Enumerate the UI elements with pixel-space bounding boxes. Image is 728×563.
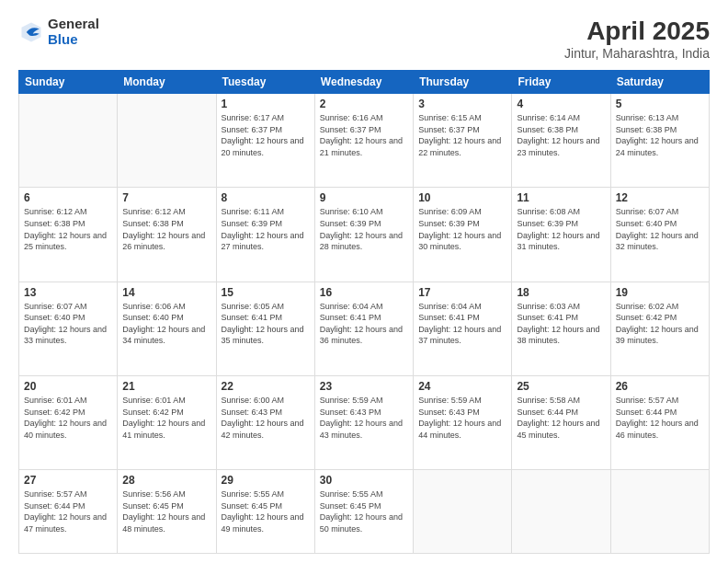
day-number: 7: [122, 191, 210, 204]
day-cell-14: 14Sunrise: 6:06 AMSunset: 6:40 PMDayligh…: [118, 282, 216, 375]
empty-cell: [118, 94, 216, 188]
title-block: April 2025 Jintur, Maharashtra, India: [564, 17, 710, 61]
day-number: 30: [320, 474, 408, 487]
day-cell-1: 1Sunrise: 6:17 AMSunset: 6:37 PMDaylight…: [216, 94, 314, 188]
header: General Blue April 2025 Jintur, Maharash…: [18, 17, 710, 61]
day-number: 28: [122, 474, 210, 487]
day-info: Sunrise: 5:56 AMSunset: 6:45 PMDaylight:…: [122, 488, 210, 534]
day-cell-16: 16Sunrise: 6:04 AMSunset: 6:41 PMDayligh…: [314, 282, 413, 375]
day-headers-row: SundayMondayTuesdayWednesdayThursdayFrid…: [19, 71, 710, 94]
week-row-5: 27Sunrise: 5:57 AMSunset: 6:44 PMDayligh…: [19, 470, 710, 554]
logo: General Blue: [18, 17, 99, 47]
day-info: Sunrise: 6:01 AMSunset: 6:42 PMDaylight:…: [122, 395, 210, 441]
logo-blue: Blue: [48, 32, 99, 48]
day-info: Sunrise: 6:05 AMSunset: 6:41 PMDaylight:…: [222, 301, 310, 347]
day-cell-2: 2Sunrise: 6:16 AMSunset: 6:37 PMDaylight…: [314, 94, 413, 188]
day-info: Sunrise: 6:08 AMSunset: 6:39 PMDaylight:…: [517, 206, 605, 252]
day-number: 13: [24, 286, 112, 299]
day-number: 29: [222, 474, 310, 487]
day-header-monday: Monday: [118, 71, 216, 94]
day-number: 27: [24, 474, 112, 487]
empty-cell: [512, 470, 610, 554]
day-cell-29: 29Sunrise: 5:55 AMSunset: 6:45 PMDayligh…: [216, 470, 314, 554]
week-row-2: 6Sunrise: 6:12 AMSunset: 6:38 PMDaylight…: [19, 188, 710, 282]
logo-icon: [18, 19, 44, 45]
day-cell-20: 20Sunrise: 6:01 AMSunset: 6:42 PMDayligh…: [19, 375, 118, 469]
day-cell-26: 26Sunrise: 5:57 AMSunset: 6:44 PMDayligh…: [610, 375, 709, 469]
day-cell-6: 6Sunrise: 6:12 AMSunset: 6:38 PMDaylight…: [19, 188, 118, 282]
calendar-page: General Blue April 2025 Jintur, Maharash…: [0, 0, 728, 563]
day-cell-18: 18Sunrise: 6:03 AMSunset: 6:41 PMDayligh…: [512, 282, 610, 375]
day-cell-15: 15Sunrise: 6:05 AMSunset: 6:41 PMDayligh…: [216, 282, 314, 375]
day-header-wednesday: Wednesday: [314, 71, 413, 94]
day-number: 2: [320, 98, 408, 110]
day-number: 22: [222, 380, 310, 393]
day-cell-3: 3Sunrise: 6:15 AMSunset: 6:37 PMDaylight…: [414, 94, 512, 188]
day-info: Sunrise: 6:16 AMSunset: 6:37 PMDaylight:…: [320, 112, 408, 158]
day-number: 24: [418, 380, 506, 393]
day-cell-25: 25Sunrise: 5:58 AMSunset: 6:44 PMDayligh…: [512, 375, 610, 469]
empty-cell: [414, 470, 512, 554]
day-info: Sunrise: 5:58 AMSunset: 6:44 PMDaylight:…: [517, 395, 605, 441]
day-info: Sunrise: 6:11 AMSunset: 6:39 PMDaylight:…: [222, 206, 310, 252]
day-cell-27: 27Sunrise: 5:57 AMSunset: 6:44 PMDayligh…: [19, 470, 118, 554]
day-cell-7: 7Sunrise: 6:12 AMSunset: 6:38 PMDaylight…: [118, 188, 216, 282]
calendar-subtitle: Jintur, Maharashtra, India: [564, 46, 710, 61]
day-cell-22: 22Sunrise: 6:00 AMSunset: 6:43 PMDayligh…: [216, 375, 314, 469]
day-header-tuesday: Tuesday: [216, 71, 314, 94]
week-row-1: 1Sunrise: 6:17 AMSunset: 6:37 PMDaylight…: [19, 94, 710, 188]
day-number: 11: [517, 191, 605, 204]
day-info: Sunrise: 6:07 AMSunset: 6:40 PMDaylight:…: [24, 301, 112, 347]
day-number: 23: [320, 380, 408, 393]
day-cell-11: 11Sunrise: 6:08 AMSunset: 6:39 PMDayligh…: [512, 188, 610, 282]
day-number: 15: [222, 286, 310, 299]
day-info: Sunrise: 6:10 AMSunset: 6:39 PMDaylight:…: [320, 206, 408, 252]
day-cell-28: 28Sunrise: 5:56 AMSunset: 6:45 PMDayligh…: [118, 470, 216, 554]
logo-general: General: [48, 17, 99, 32]
day-number: 16: [320, 286, 408, 299]
day-header-sunday: Sunday: [19, 71, 118, 94]
day-cell-12: 12Sunrise: 6:07 AMSunset: 6:40 PMDayligh…: [610, 188, 709, 282]
day-cell-10: 10Sunrise: 6:09 AMSunset: 6:39 PMDayligh…: [414, 188, 512, 282]
day-info: Sunrise: 6:13 AMSunset: 6:38 PMDaylight:…: [616, 112, 704, 158]
day-number: 10: [418, 191, 506, 204]
day-cell-30: 30Sunrise: 5:55 AMSunset: 6:45 PMDayligh…: [314, 470, 413, 554]
day-number: 21: [122, 380, 210, 393]
day-cell-8: 8Sunrise: 6:11 AMSunset: 6:39 PMDaylight…: [216, 188, 314, 282]
day-info: Sunrise: 5:55 AMSunset: 6:45 PMDaylight:…: [320, 488, 408, 534]
day-number: 6: [24, 191, 112, 204]
day-info: Sunrise: 6:07 AMSunset: 6:40 PMDaylight:…: [616, 206, 704, 252]
day-number: 1: [222, 98, 310, 110]
day-header-friday: Friday: [512, 71, 610, 94]
day-info: Sunrise: 6:15 AMSunset: 6:37 PMDaylight:…: [418, 112, 506, 158]
day-number: 26: [616, 380, 704, 393]
day-info: Sunrise: 6:02 AMSunset: 6:42 PMDaylight:…: [616, 301, 704, 347]
day-info: Sunrise: 6:01 AMSunset: 6:42 PMDaylight:…: [24, 395, 112, 441]
calendar-table: SundayMondayTuesdayWednesdayThursdayFrid…: [18, 70, 710, 554]
day-number: 17: [418, 286, 506, 299]
week-row-3: 13Sunrise: 6:07 AMSunset: 6:40 PMDayligh…: [19, 282, 710, 375]
day-number: 18: [517, 286, 605, 299]
day-info: Sunrise: 6:00 AMSunset: 6:43 PMDaylight:…: [222, 395, 310, 441]
day-number: 20: [24, 380, 112, 393]
day-cell-24: 24Sunrise: 5:59 AMSunset: 6:43 PMDayligh…: [414, 375, 512, 469]
day-cell-21: 21Sunrise: 6:01 AMSunset: 6:42 PMDayligh…: [118, 375, 216, 469]
day-number: 19: [616, 286, 704, 299]
day-cell-19: 19Sunrise: 6:02 AMSunset: 6:42 PMDayligh…: [610, 282, 709, 375]
day-cell-13: 13Sunrise: 6:07 AMSunset: 6:40 PMDayligh…: [19, 282, 118, 375]
day-number: 14: [122, 286, 210, 299]
day-info: Sunrise: 5:55 AMSunset: 6:45 PMDaylight:…: [222, 488, 310, 534]
day-info: Sunrise: 5:59 AMSunset: 6:43 PMDaylight:…: [418, 395, 506, 441]
day-info: Sunrise: 6:12 AMSunset: 6:38 PMDaylight:…: [24, 206, 112, 252]
day-info: Sunrise: 6:03 AMSunset: 6:41 PMDaylight:…: [517, 301, 605, 347]
empty-cell: [19, 94, 118, 188]
day-info: Sunrise: 6:14 AMSunset: 6:38 PMDaylight:…: [517, 112, 605, 158]
day-info: Sunrise: 5:57 AMSunset: 6:44 PMDaylight:…: [616, 395, 704, 441]
day-info: Sunrise: 5:59 AMSunset: 6:43 PMDaylight:…: [320, 395, 408, 441]
week-row-4: 20Sunrise: 6:01 AMSunset: 6:42 PMDayligh…: [19, 375, 710, 469]
day-number: 5: [616, 98, 704, 110]
day-cell-5: 5Sunrise: 6:13 AMSunset: 6:38 PMDaylight…: [610, 94, 709, 188]
day-info: Sunrise: 6:04 AMSunset: 6:41 PMDaylight:…: [418, 301, 506, 347]
day-cell-9: 9Sunrise: 6:10 AMSunset: 6:39 PMDaylight…: [314, 188, 413, 282]
day-info: Sunrise: 5:57 AMSunset: 6:44 PMDaylight:…: [24, 488, 112, 534]
